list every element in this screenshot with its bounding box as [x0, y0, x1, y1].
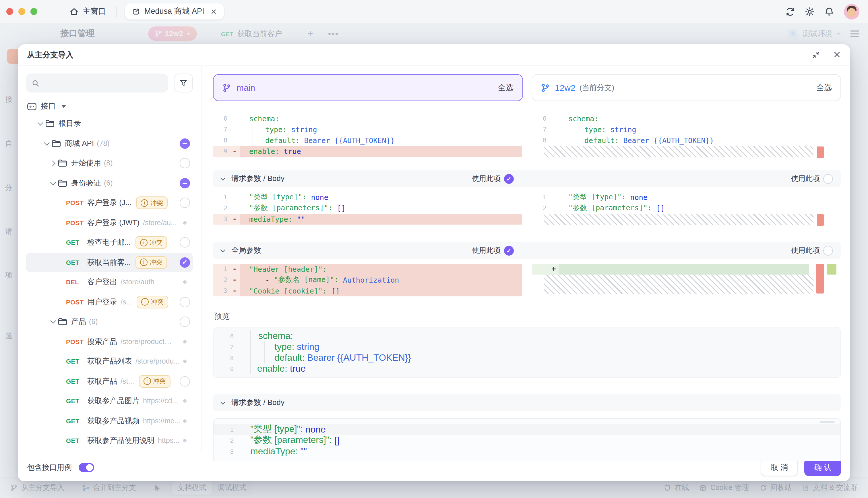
select-all-current[interactable]: 全选: [816, 82, 832, 93]
zoom-window-button[interactable]: [30, 8, 37, 15]
token: type:: [265, 125, 287, 134]
tree-row[interactable]: GET获取参产品视频https://me...: [26, 411, 193, 431]
radio-unchecked[interactable]: [823, 174, 833, 184]
indent-guide: [572, 135, 572, 146]
project-tab[interactable]: Medusa 商城 API ✕: [125, 3, 223, 19]
use-this-option[interactable]: 使用此项✓: [472, 174, 522, 184]
chevron-down-icon[interactable]: [49, 179, 58, 187]
token: Bearer {{AUTH_TOKEN}}: [307, 352, 411, 363]
checkbox-unchecked[interactable]: [180, 237, 190, 248]
use-this-option[interactable]: 使用此项: [791, 246, 841, 255]
tree-row[interactable]: 身份验证(6): [26, 173, 193, 193]
tree-row[interactable]: 商城 API(78): [26, 133, 193, 153]
checkbox-unchecked[interactable]: [180, 376, 190, 386]
tree-row[interactable]: GET获取参产品图片https://cd...: [26, 391, 193, 411]
method-badge: DEL: [66, 279, 87, 286]
diff-pane-current: 1"类型 [type]": none2"参数 [parameters]": []: [532, 192, 841, 225]
chevron-down-icon[interactable]: [220, 400, 227, 406]
chevron-down-icon[interactable]: [49, 318, 58, 326]
code-text: "Header [header]":: [240, 264, 522, 275]
tree-item-label: 检查电子邮...: [87, 237, 131, 248]
checkbox-indeterminate[interactable]: [180, 178, 190, 188]
token: "Header [header]":: [249, 265, 327, 273]
tree-item-label: 获取参产品使用说明: [87, 436, 154, 446]
gear-icon[interactable]: [805, 6, 815, 16]
tree-row[interactable]: DEL客户登出/store/auth: [26, 272, 193, 292]
token: enable:: [249, 147, 279, 156]
collapse-dialog-icon[interactable]: [812, 51, 820, 59]
deleted-placeholder: [544, 146, 813, 157]
cancel-button[interactable]: 取 消: [761, 458, 798, 476]
code-lines: 6schema:7type: string8default: Bearer {{…: [213, 113, 522, 157]
use-this-option[interactable]: 使用此项: [791, 174, 841, 184]
search-box[interactable]: [26, 74, 168, 92]
chevron-down-icon[interactable]: [220, 248, 227, 253]
tree-row[interactable]: GET检查电子邮...i冲突: [26, 233, 193, 252]
tree-row[interactable]: GET获取当前客...i冲突✓: [26, 252, 193, 272]
minimize-window-button[interactable]: [18, 8, 25, 15]
checkbox-unchecked[interactable]: [180, 198, 190, 208]
checkbox-unchecked[interactable]: [180, 158, 190, 169]
row-control: [183, 399, 190, 403]
dropdown-triangle-icon: [62, 105, 66, 108]
code-text: "类型 [type]": none: [559, 192, 809, 203]
chevron-down-icon[interactable]: [37, 120, 45, 128]
code-lines: 1-"Header [header]":2-- "参数名 [name]": Au…: [213, 264, 522, 297]
close-tab-icon[interactable]: ✕: [211, 7, 217, 16]
line-number: 2: [214, 437, 239, 444]
diff-pane-current: +: [532, 264, 841, 297]
tree-row[interactable]: GET获取产品列表/store/produ...: [26, 352, 193, 371]
select-all-main[interactable]: 全选: [498, 82, 514, 93]
checkbox-unchecked[interactable]: [180, 317, 190, 327]
filter-button[interactable]: [174, 74, 193, 92]
radio-checked[interactable]: ✓: [504, 246, 514, 255]
chevron-down-icon[interactable]: [43, 140, 52, 148]
external-link-icon: [132, 8, 140, 15]
bell-icon[interactable]: [824, 6, 834, 16]
branch-card-main[interactable]: main 全选: [213, 74, 523, 101]
radio-checked[interactable]: ✓: [504, 174, 514, 184]
token: []: [335, 435, 340, 445]
code-lines: 1"类型 [type]": none2"参数 [parameters]": []…: [213, 192, 522, 225]
token: none: [306, 424, 326, 434]
checkbox-indeterminate[interactable]: [180, 139, 190, 149]
checkbox-checked[interactable]: ✓: [180, 257, 190, 268]
section-header: 请求参数 / Body使用此项✓使用此项: [213, 170, 841, 187]
resource-type-selector[interactable]: 接口: [26, 101, 193, 112]
tree-row[interactable]: 产品(6): [26, 312, 193, 332]
preview-auth-block: 6schema:7type: string8default: Bearer {{…: [213, 327, 841, 378]
window-controls[interactable]: [6, 8, 37, 15]
chevron-right-icon[interactable]: [49, 159, 58, 168]
tree-row[interactable]: POST客户登录 (J...i冲突: [26, 193, 193, 213]
tree-row[interactable]: 开始使用(8): [26, 153, 193, 173]
tree-row[interactable]: 根目录: [26, 114, 193, 133]
scrollbar-horizontal[interactable]: [820, 421, 835, 423]
tree-row[interactable]: POST客户登录 (JWT)/store/au...: [26, 213, 193, 233]
tree-row[interactable]: POST搜索产品/store/products/...: [26, 332, 193, 352]
tree-row[interactable]: GET获取参产品使用说明https...: [26, 431, 193, 450]
diff-added-marker: +: [552, 264, 559, 275]
code-text: "类型 [type]": none: [240, 192, 522, 203]
close-window-button[interactable]: [6, 8, 13, 15]
branch-card-current[interactable]: 12w2 (当前分支) 全选: [531, 74, 841, 101]
diff-pair: 6schema:7type: string8default: Bearer {{…: [213, 113, 841, 157]
tree-row[interactable]: GET获取产品/st...i冲突: [26, 371, 193, 391]
home-tab[interactable]: 主窗口: [69, 6, 106, 17]
token: [287, 363, 290, 374]
chevron-down-icon[interactable]: [220, 176, 227, 182]
token: [303, 424, 306, 434]
line-number: 8: [213, 137, 232, 144]
close-dialog-icon[interactable]: [833, 51, 841, 59]
method-badge: GET: [66, 378, 87, 385]
search-input[interactable]: [43, 78, 162, 88]
sync-icon[interactable]: [785, 6, 795, 16]
checkbox-unchecked[interactable]: [180, 297, 190, 307]
use-this-option[interactable]: 使用此项✓: [472, 246, 522, 255]
radio-unchecked[interactable]: [823, 246, 833, 255]
include-cases-toggle[interactable]: [79, 463, 94, 472]
avatar[interactable]: [844, 4, 859, 19]
tree-row[interactable]: POST用户登录/s...i冲突: [26, 292, 193, 312]
method-badge: POST: [66, 299, 87, 305]
conflict-badge: i冲突: [135, 256, 167, 269]
confirm-button[interactable]: 确 认: [804, 458, 841, 476]
